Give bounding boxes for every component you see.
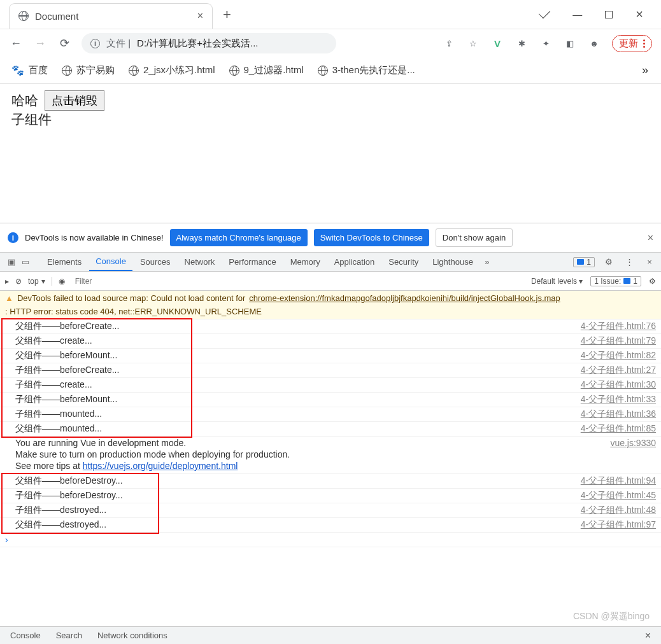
tab-lighthouse[interactable]: Lighthouse <box>426 253 480 271</box>
tab-console[interactable]: Console <box>89 253 132 271</box>
console-settings-icon[interactable]: ⚙ <box>649 277 656 286</box>
switch-chinese-button[interactable]: Switch DevTools to Chinese <box>314 229 429 246</box>
tab-performance[interactable]: Performance <box>222 253 282 271</box>
close-drawer-icon[interactable]: × <box>645 630 651 641</box>
context-select[interactable]: top ▾ <box>28 277 52 286</box>
bookmark-label: 2_jsx小练习.html <box>143 64 215 76</box>
sidepanel-icon[interactable]: ◧ <box>564 37 576 50</box>
maximize-icon[interactable] <box>605 7 613 22</box>
drawer-tab-console[interactable]: Console <box>10 631 41 640</box>
vue-devtools-icon[interactable]: V <box>491 37 504 50</box>
close-tab-icon[interactable]: × <box>197 10 203 22</box>
devtools-language-banner: i DevTools is now available in Chinese! … <box>0 223 661 252</box>
log-source-link[interactable]: 4-父子组件.html:76 <box>581 321 656 332</box>
close-devtools-icon[interactable]: × <box>643 257 656 267</box>
share-icon[interactable]: ⇪ <box>443 37 455 50</box>
log-source-link[interactable]: 4-父子组件.html:85 <box>581 423 656 435</box>
profile-icon[interactable]: ☻ <box>588 37 601 50</box>
destroy-button[interactable]: 点击销毁 <box>45 90 104 111</box>
bookmarks-bar: 🐾百度 苏宁易购 2_jsx小练习.html 9_过滤器.html 3-then… <box>0 57 661 84</box>
log-source-link[interactable]: 4-父子组件.html:36 <box>581 409 656 420</box>
log-row: 子组件——destroyed...4-父子组件.html:48 <box>0 503 661 518</box>
clear-console-icon[interactable]: ⊘ <box>15 277 22 286</box>
log-source-link[interactable]: 4-父子组件.html:45 <box>581 490 656 501</box>
new-tab-button[interactable]: + <box>223 6 231 23</box>
back-icon[interactable]: ← <box>9 37 23 50</box>
inspect-icon[interactable]: ▣ <box>5 257 18 267</box>
issues-badge[interactable]: 1 <box>573 257 595 267</box>
settings-icon[interactable]: ⚙ <box>602 257 615 267</box>
log-source-link[interactable]: 4-父子组件.html:48 <box>581 505 656 516</box>
extension-icon[interactable]: ✱ <box>515 37 528 50</box>
tab-network[interactable]: Network <box>178 253 222 271</box>
console-output: 父组件——beforeCreate...4-父子组件.html:76父组件——c… <box>0 319 661 547</box>
tab-application[interactable]: Application <box>328 253 381 271</box>
tab-sources[interactable]: Sources <box>134 253 177 271</box>
filter-input[interactable] <box>71 277 525 286</box>
chevron-down-icon[interactable] <box>539 7 550 22</box>
drawer-tab-search[interactable]: Search <box>56 631 82 640</box>
globe-icon <box>318 66 328 76</box>
url-box[interactable]: i 文件 | D:/计算机比赛+社会实践活... <box>82 33 336 53</box>
tabs-overflow-icon[interactable]: » <box>481 257 494 267</box>
drawer-tab-network-conditions[interactable]: Network conditions <box>97 631 167 640</box>
log-message: 子组件——create... <box>15 379 92 391</box>
log-row: 父组件——beforeDestroy...4-父子组件.html:94 <box>0 474 661 489</box>
baidu-icon: 🐾 <box>11 64 24 76</box>
vue-msg-line: See more tips at https://vuejs.org/guide… <box>15 461 656 472</box>
bookmark-then[interactable]: 3-then先执行还是... <box>318 64 415 76</box>
always-match-button[interactable]: Always match Chrome's language <box>170 229 308 246</box>
bookmark-label: 3-then先执行还是... <box>332 64 415 76</box>
bookmark-baidu[interactable]: 🐾百度 <box>11 64 48 76</box>
device-icon[interactable]: ▭ <box>19 257 32 267</box>
vue-guide-link[interactable]: https://vuejs.org/guide/deployment.html <box>83 461 238 471</box>
log-source-link[interactable]: 4-父子组件.html:30 <box>581 379 656 391</box>
close-window-icon[interactable]: × <box>636 7 643 22</box>
log-source-link[interactable]: 4-父子组件.html:33 <box>581 394 656 405</box>
log-message: 父组件——beforeCreate... <box>15 321 119 332</box>
star-icon[interactable]: ☆ <box>467 37 480 50</box>
tab-memory[interactable]: Memory <box>284 253 327 271</box>
window-controls: — × <box>539 7 661 22</box>
log-message: 父组件——create... <box>15 335 92 347</box>
vue-msg-line: Make sure to turn on production mode whe… <box>15 449 656 461</box>
reload-icon[interactable]: ⟳ <box>57 36 71 50</box>
console-prompt[interactable]: › <box>0 533 661 547</box>
tab-security[interactable]: Security <box>382 253 425 271</box>
console-toolbar: ▸ ⊘ top ▾ ◉ Default levels ▾ 1 Issue: 1 … <box>0 272 661 291</box>
minimize-icon[interactable]: — <box>572 7 582 22</box>
log-source-link[interactable]: 4-父子组件.html:27 <box>581 365 656 376</box>
vue-dev-warning: vue.js:9330 You are running Vue in devel… <box>0 437 661 474</box>
close-banner-icon[interactable]: × <box>648 232 653 244</box>
log-row: 父组件——create...4-父子组件.html:79 <box>0 334 661 349</box>
page-content: 哈哈 点击销毁 子组件 <box>0 84 661 223</box>
bookmark-suning[interactable]: 苏宁易购 <box>62 64 115 76</box>
info-icon[interactable]: i <box>90 39 100 48</box>
levels-select[interactable]: Default levels ▾ <box>531 277 583 286</box>
log-row: 父组件——beforeMount...4-父子组件.html:82 <box>0 349 661 363</box>
log-message: 父组件——beforeDestroy... <box>15 475 123 487</box>
page-text-child: 子组件 <box>11 111 650 129</box>
live-expression-icon[interactable]: ◉ <box>59 277 65 286</box>
bookmark-filter[interactable]: 9_过滤器.html <box>229 64 304 76</box>
kebab-icon[interactable]: ⋮ <box>623 257 636 267</box>
log-source-link[interactable]: 4-父子组件.html:82 <box>581 350 656 361</box>
log-source-link[interactable]: 4-父子组件.html:94 <box>581 475 656 487</box>
banner-text: DevTools is now available in Chinese! <box>25 233 164 242</box>
bookmark-jsx[interactable]: 2_jsx小练习.html <box>129 64 215 76</box>
log-source-link[interactable]: vue.js:9330 <box>610 438 656 448</box>
log-source-link[interactable]: 4-父子组件.html:79 <box>581 335 656 347</box>
log-row: 子组件——beforeCreate...4-父子组件.html:27 <box>0 363 661 378</box>
globe-icon <box>62 66 72 76</box>
warning-link[interactable]: chrome-extension://fmkadmapgofadopljbjfk… <box>249 293 560 303</box>
puzzle-icon[interactable]: ✦ <box>539 37 552 50</box>
sidebar-toggle-icon[interactable]: ▸ <box>5 277 9 286</box>
dont-show-button[interactable]: Don't show again <box>436 228 513 247</box>
devtools-drawer: Console Search Network conditions × <box>0 626 661 644</box>
issues-link[interactable]: 1 Issue: 1 <box>590 276 641 286</box>
browser-tab[interactable]: Document × <box>9 3 213 29</box>
update-button[interactable]: 更新 <box>612 35 652 52</box>
bookmarks-overflow-icon[interactable]: » <box>642 64 650 77</box>
log-source-link[interactable]: 4-父子组件.html:97 <box>581 519 656 531</box>
tab-elements[interactable]: Elements <box>41 253 88 271</box>
